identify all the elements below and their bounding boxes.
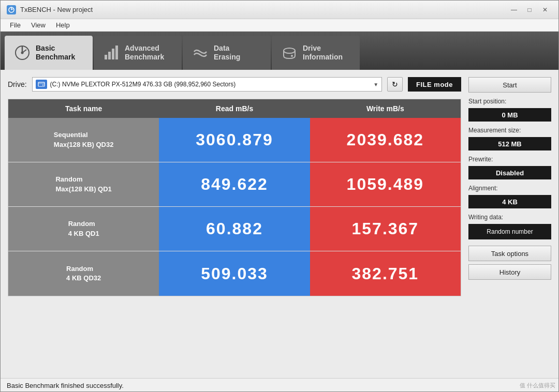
status-bar: Basic Benchmark finished successfully. xyxy=(1,378,558,392)
benchmark-table: Task name Read mB/s Write mB/s Sequentia… xyxy=(8,99,461,296)
read-value-cell: 60.882 xyxy=(159,207,310,251)
app-icon xyxy=(7,5,16,14)
table-row: RandomMax(128 KB) QD1 849.622 1059.489 xyxy=(8,162,461,207)
svg-rect-14 xyxy=(38,82,45,84)
svg-point-11 xyxy=(284,48,295,53)
svg-point-15 xyxy=(42,85,43,86)
svg-point-12 xyxy=(291,55,293,57)
drive-select[interactable]: (C:) NVMe PLEXTOR PX-512M9 476.33 GB (99… xyxy=(32,77,382,92)
menu-help[interactable]: Help xyxy=(51,20,75,30)
history-button[interactable]: History xyxy=(468,264,551,280)
content-area: Drive: (C:) NVMe PLEXTOR PX-512M9 476.33… xyxy=(1,70,558,378)
title-bar: TxBENCH - New project — □ ✕ xyxy=(1,1,558,19)
tab-advanced-benchmark[interactable]: AdvancedBenchmark xyxy=(94,36,182,70)
read-value: 849.622 xyxy=(201,175,268,194)
menu-view[interactable]: View xyxy=(26,20,51,30)
col-read: Read mB/s xyxy=(159,99,310,118)
start-position-label: Start position: xyxy=(468,98,551,105)
tab-erasing-label: DataErasing xyxy=(214,44,240,62)
refresh-button[interactable]: ↻ xyxy=(387,77,403,92)
write-value: 1059.489 xyxy=(347,175,424,194)
task-name-cell: Random4 KB QD32 xyxy=(8,251,159,296)
drive-icon xyxy=(36,80,47,89)
minimize-button[interactable]: — xyxy=(507,4,521,16)
menu-file[interactable]: File xyxy=(5,20,26,30)
drive-label: Drive: xyxy=(8,80,27,88)
write-value-cell: 157.367 xyxy=(310,207,461,251)
menu-bar: File View Help xyxy=(1,19,558,32)
status-text: Basic Benchmark finished successfully. xyxy=(7,382,124,389)
right-panel: Start Start position: 0 MB Measurement s… xyxy=(468,77,551,373)
measurement-size-value: 512 MB xyxy=(468,137,551,150)
read-value: 3060.879 xyxy=(196,130,273,149)
col-write: Write mB/s xyxy=(310,99,461,118)
close-button[interactable]: ✕ xyxy=(538,4,552,16)
data-erasing-icon xyxy=(192,44,209,61)
read-value-cell: 3060.879 xyxy=(159,118,310,162)
read-value-cell: 509.033 xyxy=(159,251,310,296)
tab-drive-information[interactable]: DriveInformation xyxy=(272,36,360,70)
tab-drive-label: DriveInformation xyxy=(303,44,343,62)
table-row: Random4 KB QD1 60.882 157.367 xyxy=(8,207,461,251)
svg-rect-8 xyxy=(108,52,111,59)
alignment-label: Alignment: xyxy=(468,185,551,192)
task-name-cell: RandomMax(128 KB) QD1 xyxy=(8,162,159,206)
writing-data-label: Writing data: xyxy=(468,214,551,221)
tab-bar: BasicBenchmark AdvancedBenchmark xyxy=(1,32,558,70)
svg-point-6 xyxy=(21,52,24,54)
write-value-cell: 2039.682 xyxy=(310,118,461,162)
drive-select-value: (C:) NVMe PLEXTOR PX-512M9 476.33 GB (99… xyxy=(50,81,372,88)
alignment-value: 4 KB xyxy=(468,195,551,208)
write-value-cell: 382.751 xyxy=(310,251,461,296)
tab-advanced-label: AdvancedBenchmark xyxy=(125,44,164,62)
write-value: 157.367 xyxy=(351,219,419,238)
table-header: Task name Read mB/s Write mB/s xyxy=(8,99,461,118)
write-value: 382.751 xyxy=(351,264,419,283)
window-controls: — □ ✕ xyxy=(507,4,552,16)
prewrite-value: Disabled xyxy=(468,166,551,179)
task-name-cell: Random4 KB QD1 xyxy=(8,207,159,251)
task-name-cell: SequentialMax(128 KB) QD32 xyxy=(8,118,159,162)
table-row: Random4 KB QD32 509.033 382.751 xyxy=(8,251,461,296)
drive-row: Drive: (C:) NVMe PLEXTOR PX-512M9 476.33… xyxy=(8,77,461,92)
main-panel: Drive: (C:) NVMe PLEXTOR PX-512M9 476.33… xyxy=(8,77,461,373)
svg-rect-7 xyxy=(105,55,107,59)
window-title: TxBENCH - New project xyxy=(20,6,507,13)
svg-rect-10 xyxy=(115,46,118,59)
task-options-button[interactable]: Task options xyxy=(468,246,551,261)
advanced-benchmark-icon xyxy=(103,44,120,61)
task-label: SequentialMax(128 KB) QD32 xyxy=(54,130,114,149)
col-task-name: Task name xyxy=(8,99,159,118)
basic-benchmark-icon xyxy=(14,44,31,61)
file-mode-button[interactable]: FILE mode xyxy=(408,77,461,92)
start-position-value: 0 MB xyxy=(468,108,551,122)
task-label: Random4 KB QD1 xyxy=(68,219,99,238)
task-label: Random4 KB QD32 xyxy=(66,264,101,283)
tab-basic-label: BasicBenchmark xyxy=(36,44,75,62)
table-row: SequentialMax(128 KB) QD32 3060.879 2039… xyxy=(8,118,461,162)
read-value: 509.033 xyxy=(201,264,268,283)
task-label: RandomMax(128 KB) QD1 xyxy=(55,175,111,193)
maximize-button[interactable]: □ xyxy=(522,4,537,16)
read-value-cell: 849.622 xyxy=(159,162,310,206)
svg-rect-9 xyxy=(112,49,114,59)
write-value-cell: 1059.489 xyxy=(310,162,461,206)
prewrite-label: Prewrite: xyxy=(468,156,551,163)
measurement-size-label: Measurement size: xyxy=(468,127,551,134)
tab-basic-benchmark[interactable]: BasicBenchmark xyxy=(5,36,93,70)
dropdown-arrow-icon: ▼ xyxy=(373,82,378,87)
start-button[interactable]: Start xyxy=(468,77,551,93)
read-value: 60.882 xyxy=(206,219,263,238)
drive-info-icon xyxy=(281,44,298,61)
refresh-icon: ↻ xyxy=(392,80,398,88)
write-value: 2039.682 xyxy=(347,130,424,149)
writing-data-button[interactable]: Random number xyxy=(468,224,551,239)
tab-data-erasing[interactable]: DataErasing xyxy=(183,36,271,70)
